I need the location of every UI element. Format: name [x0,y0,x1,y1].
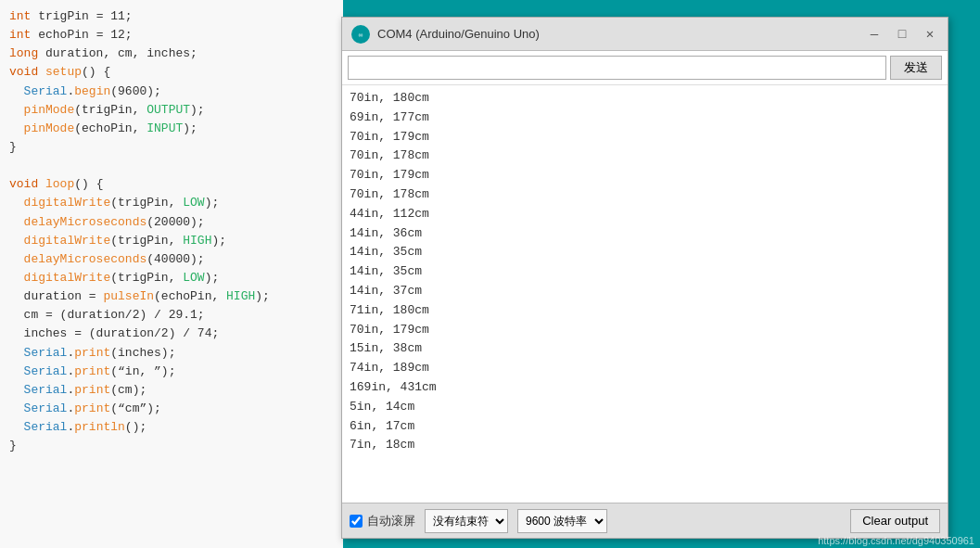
maximize-button[interactable]: □ [894,26,910,43]
output-line: 7in, 18cm [350,436,940,455]
output-line: 169in, 431cm [350,378,940,398]
code-line: Serial.println(); [9,418,334,437]
bottom-bar: 自动滚屏 没有结束符 9600 波特率 Clear output [342,503,948,538]
code-line [9,157,334,175]
code-line: } [9,138,334,157]
output-line: 14in, 35cm [350,262,940,282]
close-button[interactable]: ✕ [922,26,938,43]
code-line: Serial.begin(9600); [9,83,334,101]
output-line: 70in, 179cm [350,166,940,185]
code-line: digitalWrite(trigPin, HIGH); [9,232,334,250]
code-line: inches = (duration/2) / 74; [9,325,334,343]
clear-output-button[interactable]: Clear output [850,509,940,533]
code-line: pinMode(trigPin, OUTPUT); [9,101,334,120]
output-line: 5in, 14cm [350,398,940,417]
window-controls: — □ ✕ [866,26,938,43]
output-line: 15in, 38cm [350,339,940,359]
code-line: Serial.print(inches); [9,344,334,363]
output-line: 14in, 37cm [350,282,940,301]
code-line: pinMode(echoPin, INPUT); [9,120,334,138]
output-line: 69in, 177cm [350,108,940,128]
code-line: digitalWrite(trigPin, LOW); [9,194,334,212]
output-line: 70in, 178cm [350,185,940,205]
watermark: https://blog.csdn.net/dg940350961 [818,535,974,546]
output-line: 14in, 36cm [350,224,940,244]
code-line: digitalWrite(trigPin, LOW); [9,269,334,287]
output-line: 70in, 179cm [350,321,940,340]
autoscroll-label[interactable]: 自动滚屏 [350,513,415,529]
code-line: Serial.print(“cm”); [9,400,334,418]
output-line: 74in, 189cm [350,359,940,378]
code-line: Serial.print(cm); [9,381,334,400]
output-line: 6in, 17cm [350,417,940,437]
code-line: void setup() { [9,63,334,82]
code-line: int echoPin = 12; [9,26,334,45]
minimize-button[interactable]: — [866,26,883,43]
output-line: 71in, 180cm [350,301,940,321]
code-line: delayMicroseconds(20000); [9,213,334,232]
output-line: 44in, 112cm [350,205,940,224]
arduino-icon: ∞ [351,25,370,44]
autoscroll-checkbox[interactable] [350,515,363,528]
serial-monitor-window: ∞ COM4 (Arduino/Genuino Uno) — □ ✕ 发送 70… [341,17,948,539]
code-line: cm = (duration/2) / 29.1; [9,306,334,325]
line-ending-select[interactable]: 没有结束符 [425,509,508,533]
code-editor: int trigPin = 11;int echoPin = 12;long d… [0,0,343,548]
output-line: 70in, 178cm [350,147,940,166]
serial-input[interactable] [348,56,886,80]
svg-text:∞: ∞ [359,31,363,37]
output-line: 70in, 179cm [350,128,940,147]
send-button[interactable]: 发送 [890,56,942,80]
code-line: duration = pulseIn(echoPin, HIGH); [9,287,334,306]
code-line: void loop() { [9,175,334,194]
input-row: 发送 [342,51,948,85]
baud-rate-select[interactable]: 9600 波特率 [517,509,607,533]
autoscroll-text: 自动滚屏 [367,513,415,529]
window-title: COM4 (Arduino/Genuino Uno) [377,27,866,41]
output-line: 14in, 35cm [350,243,940,262]
code-line: Serial.print(“in, ”); [9,363,334,381]
code-line: } [9,437,334,455]
output-area[interactable]: 70in, 180cm69in, 177cm70in, 179cm70in, 1… [342,85,948,503]
output-line: 70in, 180cm [350,89,940,108]
titlebar: ∞ COM4 (Arduino/Genuino Uno) — □ ✕ [342,18,948,51]
code-line: long duration, cm, inches; [9,45,334,63]
code-line: int trigPin = 11; [9,7,334,26]
code-line: delayMicroseconds(40000); [9,250,334,269]
